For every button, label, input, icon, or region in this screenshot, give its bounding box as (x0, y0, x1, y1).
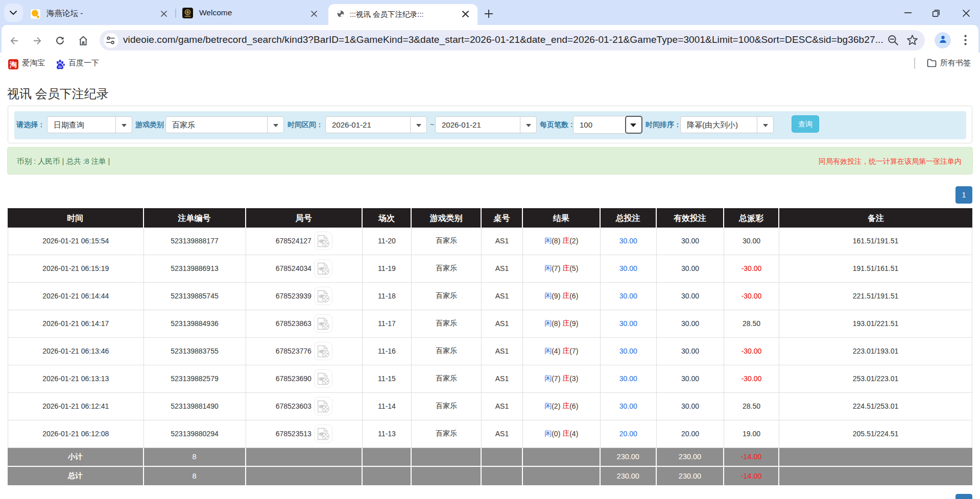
svg-text:du: du (58, 65, 62, 68)
